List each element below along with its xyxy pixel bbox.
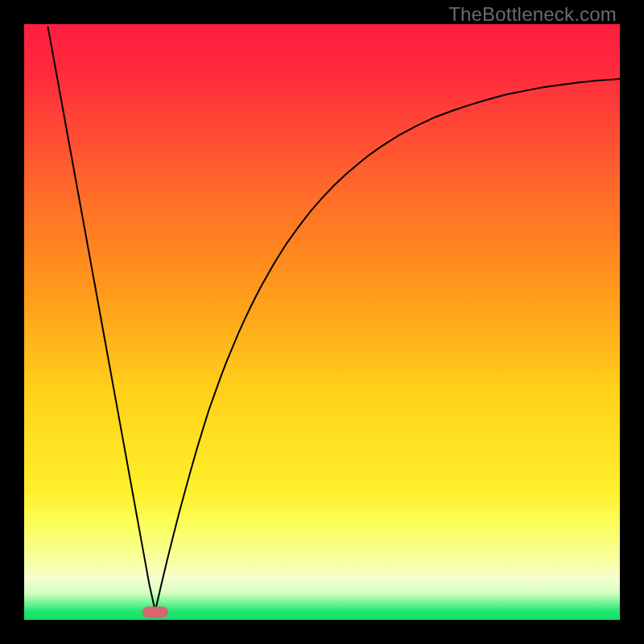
chart-frame: [24, 24, 620, 620]
bottleneck-chart: [24, 24, 620, 620]
minimum-marker: [142, 606, 168, 617]
watermark-text: TheBottleneck.com: [448, 3, 617, 26]
gradient-background: [24, 24, 620, 620]
